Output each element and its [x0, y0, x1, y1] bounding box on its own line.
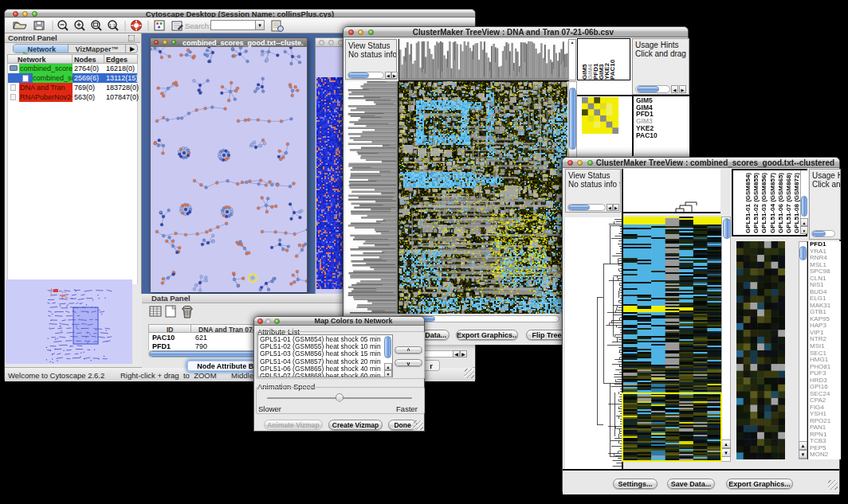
- svg-text:1:1: 1:1: [109, 23, 116, 28]
